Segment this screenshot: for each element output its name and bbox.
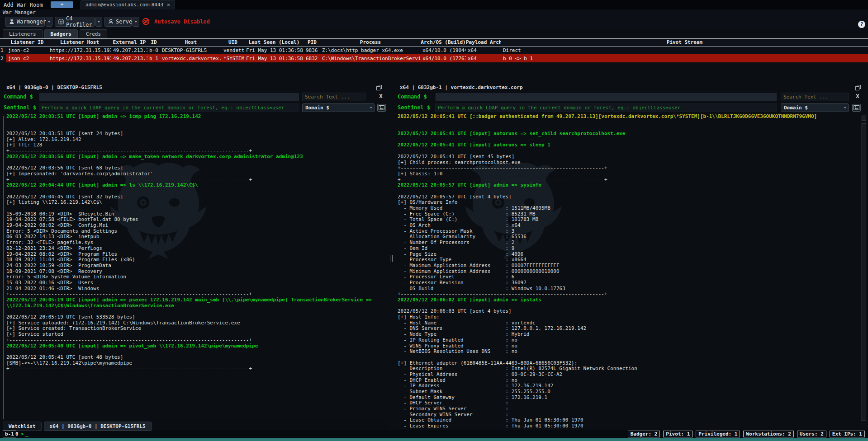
table-cell: 2 <box>0 54 6 62</box>
tab-creds[interactable]: Creds <box>80 29 107 38</box>
add-war-room-label: Add War Room <box>4 1 43 9</box>
right-panel-popout-icon[interactable] <box>855 85 861 90</box>
right-search-input[interactable] <box>781 93 849 101</box>
terminal-line: - Processor Type : x8664 <box>398 257 861 263</box>
column-header[interactable]: Listener Host <box>48 39 111 46</box>
status-badge: Users: 2 <box>797 431 826 437</box>
tab-listeners[interactable]: Listeners <box>3 29 43 38</box>
right-terminal-output[interactable]: 2022/05/12 20:05:41 UTC [::badger authen… <box>398 114 861 429</box>
table-cell: 9836 <box>304 46 320 54</box>
session-tab[interactable]: admin@evasionlabs.com:8443× <box>81 0 175 9</box>
terminal-line: 2022/05/12 20:05:19 UTC [sent 533528 byt… <box>6 314 387 320</box>
terminal-line: 15-03-2022 00:16 <DIR> Users <box>6 280 387 286</box>
prompt-chevron: > <box>21 431 24 437</box>
warmongers-button[interactable]: Warmongers <box>5 17 45 27</box>
column-header[interactable]: Arch/OS (Build) <box>421 39 466 46</box>
left-screenshot-icon[interactable] <box>377 104 386 112</box>
terminal-line <box>398 120 861 126</box>
column-header[interactable]: Pivot Stream <box>501 39 868 46</box>
left-sentinel-input[interactable] <box>39 103 299 112</box>
active-session-badge: b-1 <box>3 431 16 437</box>
terminal-line <box>6 188 387 194</box>
left-domain-selector-label: Domain $ <box>305 105 329 111</box>
column-header[interactable]: External IP <box>111 39 147 46</box>
terminal-line: - Subnet Mask : 255.255.255.0 <box>398 389 861 395</box>
title-row: War Manager <box>0 9 868 15</box>
left-sentinel-label: Sentinel $ <box>4 103 36 112</box>
column-header[interactable]: ID <box>147 39 160 46</box>
console-tab-bar: Watchlistx64 | 9836@b-0 | DESKTOP-G15FRL… <box>0 420 387 430</box>
terminal-line <box>6 206 387 211</box>
terminal-line: 2022/05/12 20:05:57 UTC [sent 4 bytes] <box>398 194 861 200</box>
c4-profiler-button[interactable]: C4 Profiler <box>55 17 95 27</box>
prompt-counter: 0 <box>15 431 19 437</box>
column-header[interactable] <box>0 39 6 46</box>
tab-watchlist[interactable]: Watchlist <box>3 422 42 431</box>
tab-badgers[interactable]: Badgers <box>44 29 78 38</box>
table-cell: 1 <box>0 46 6 54</box>
right-terminal-scrollbar-thumb[interactable] <box>862 123 866 421</box>
right-domain-selector-label: Domain $ <box>784 105 808 111</box>
table-cell: x64/10.0 (19044) <box>421 46 466 54</box>
terminal-line <box>6 120 387 126</box>
right-domain-selector[interactable]: Domain $▾ <box>781 103 849 112</box>
right-command-label: Command $ <box>398 92 427 101</box>
left-search-input[interactable] <box>302 93 365 101</box>
table-cell: b-0 <box>147 46 160 54</box>
left-panel-popout-icon[interactable] <box>376 85 382 90</box>
terminal-line: - Number Of Processors : 2 <box>398 240 861 246</box>
left-command-input[interactable] <box>39 93 299 101</box>
prompt-cursor[interactable]: _ <box>25 431 28 437</box>
column-header[interactable]: UID <box>222 39 244 46</box>
scrollbar-up-button[interactable] <box>862 116 866 121</box>
server-dropdown-arrow[interactable]: ▾ <box>133 17 139 27</box>
table-row[interactable]: 1json-c2https://172.31.15.193:44349.207.… <box>0 46 868 54</box>
column-header[interactable]: Last Seen (Local) <box>244 39 304 46</box>
column-header[interactable]: PID <box>304 39 320 46</box>
right-screenshot-icon[interactable] <box>852 104 861 112</box>
server-button[interactable]: Server <box>104 17 132 27</box>
warmongers-dropdown-arrow[interactable]: ▾ <box>46 17 52 27</box>
terminal-line: 2022/05/12 20:05:57 UTC [input] admin =>… <box>398 183 861 188</box>
chevron-down-icon: ▾ <box>370 104 372 112</box>
panel-splitter-handle[interactable] <box>390 255 393 262</box>
c4-profiler-dropdown-arrow[interactable]: ▾ <box>95 17 102 27</box>
terminal-line: - IP Routing Enabled : no <box>398 338 861 343</box>
terminal-line: [+] Stasis: 1:0 <box>398 171 861 177</box>
terminal-line: [+] Impersonated: 'darkvortex.corp\admin… <box>6 171 387 177</box>
table-cell: https://172.31.15.193:443 <box>48 54 111 62</box>
terminal-line: - Memory Used : 1511MB/4095MB <box>398 206 861 211</box>
right-search-close-icon[interactable]: X <box>856 93 859 99</box>
table-cell: C:\Windows\TransactionBrokerService.exe <box>320 54 421 62</box>
left-terminal-scrollbar[interactable] <box>3 116 4 419</box>
terminal-line: 2022/05/12 20:03:51 UTC [input] admin =>… <box>6 114 387 120</box>
right-command-input[interactable] <box>435 93 777 101</box>
terminal-line: 2022/05/12 20:05:41 UTC [input] autoruns… <box>398 142 861 148</box>
table-cell: Fri May 13 01:36:58 2022 <box>244 46 304 54</box>
column-header[interactable]: Payload Arch <box>466 39 501 46</box>
badger-table-head-row: Listener IDListener HostExternal IPIDHos… <box>0 39 868 46</box>
session-tab-close-icon[interactable]: × <box>167 2 170 8</box>
chevron-down-icon: ▾ <box>844 104 846 112</box>
table-row[interactable]: 2json-c2https://172.31.15.193:44349.207.… <box>0 54 868 62</box>
column-header[interactable]: Listener ID <box>6 39 48 46</box>
autosave-status: Autosave Disabled <box>154 19 210 25</box>
right-sentinel-input[interactable] <box>435 103 777 112</box>
table-cell: x64 <box>466 54 501 62</box>
tab-console-session[interactable]: x64 | 9836@b-0 | DESKTOP-G15FRL5 <box>44 422 152 431</box>
terminal-line: - Oem Id : 9 <box>398 246 861 252</box>
terminal-line: +---------------------------------------… <box>6 366 387 372</box>
terminal-line: Error: 32 <FILE> pagefile.sys <box>6 240 387 246</box>
table-cell: Z:\docs\http_badger_x64.exe <box>320 46 421 54</box>
left-terminal-output[interactable]: 2022/05/12 20:03:51 UTC [input] admin =>… <box>6 114 387 420</box>
table-cell: Direct <box>501 46 868 54</box>
left-domain-selector[interactable]: Domain $▾ <box>302 103 375 112</box>
column-header[interactable]: Process <box>320 39 421 46</box>
status-badges: Badger: 2Pivot: 1Privileged: 1Workstatio… <box>628 431 865 437</box>
help-icon[interactable]: ? <box>858 21 865 28</box>
left-search-close-icon[interactable]: X <box>379 93 383 99</box>
terminal-line: +---------------------------------------… <box>398 165 861 171</box>
table-cell: https://172.31.15.193:443 <box>48 46 111 54</box>
add-war-room-button[interactable]: + <box>51 1 73 8</box>
column-header[interactable]: Host <box>160 39 222 46</box>
